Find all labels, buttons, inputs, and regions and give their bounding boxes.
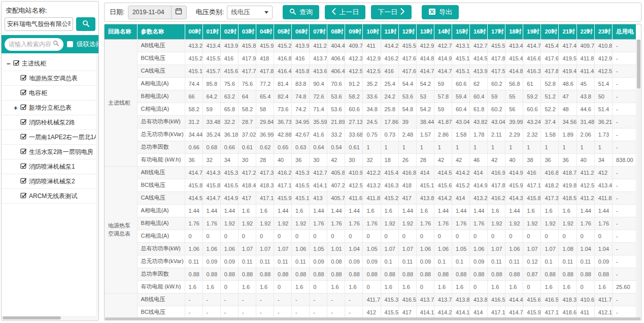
scrollbar-thumb[interactable] [3, 316, 61, 319]
value-cell: - [613, 204, 636, 217]
previous-day-button[interactable]: 上一日 [325, 5, 365, 19]
scrollbar-thumb[interactable] [637, 40, 640, 88]
expand-icon[interactable]: + [14, 104, 20, 112]
export-button[interactable]: 导出 [422, 5, 459, 19]
value-cell: 1.06 [185, 242, 202, 255]
query-button[interactable]: 查询 [283, 5, 319, 19]
parameter-name-cell: CA线电压 [137, 64, 185, 77]
table-row: 总无功功率(kVar)0.110.090.090.110.110.110.110… [105, 255, 636, 268]
value-cell: 1.05 [452, 242, 469, 255]
parameter-name-cell: 总有功功率(kW) [137, 242, 185, 255]
value-cell: 0 [505, 230, 523, 242]
value-cell: 417.3 [541, 191, 559, 204]
value-cell: 81.4 [274, 77, 291, 90]
checked-checkbox-icon[interactable] [20, 74, 27, 82]
column-header: 16时 [470, 24, 488, 39]
value-cell: 1.44 [398, 204, 416, 217]
value-cell: 1.6 [292, 204, 310, 217]
value-cell: 1.76 [327, 217, 345, 230]
checked-checkbox-icon[interactable] [20, 133, 27, 141]
voltage-type-select[interactable]: 线电压 [227, 6, 273, 19]
cascade-select-checkbox[interactable] [67, 41, 73, 47]
value-cell: 36 [541, 153, 559, 166]
table-vertical-scrollbar[interactable] [637, 40, 640, 317]
tree-item[interactable]: 消防喷淋机械泵1 [2, 159, 96, 174]
value-cell: 1.44 [577, 204, 594, 217]
checked-checkbox-icon[interactable] [13, 59, 20, 68]
value-cell: 417.8 [541, 64, 559, 77]
value-cell: 1.44 [505, 204, 523, 217]
checked-checkbox-icon[interactable] [20, 163, 27, 171]
value-cell: 43.04 [452, 115, 469, 128]
value-cell: 42 [434, 153, 452, 166]
tree-search-input[interactable]: 请输入检索内容 [5, 38, 63, 51]
value-cell: - [274, 306, 291, 318]
value-cell: 414.1 [452, 306, 469, 318]
value-cell: 1.07 [398, 242, 416, 255]
value-cell: 415.1 [185, 64, 202, 77]
checked-checkbox-icon[interactable] [20, 89, 27, 97]
checked-checkbox-icon[interactable] [20, 118, 27, 126]
tree-item[interactable]: −主进线柜 [2, 56, 96, 71]
tree-item[interactable]: 电容柜 [2, 86, 96, 101]
value-cell: 1 [523, 141, 541, 153]
value-cell: 37.4 [541, 115, 559, 128]
value-cell: 412.3 [345, 52, 363, 64]
search-icon [53, 40, 59, 49]
value-cell: 1.44 [274, 204, 291, 217]
collapse-icon[interactable]: − [7, 60, 13, 68]
value-cell: 1.89 [559, 128, 577, 141]
value-cell: 1.06 [470, 242, 488, 255]
value-cell: 75.6 [238, 77, 256, 90]
value-cell: 413.2 [470, 191, 488, 204]
tree-item[interactable]: 地源热泵空调总表 [2, 71, 96, 86]
column-header: 14时 [434, 24, 452, 39]
value-cell: 0.1 [434, 255, 452, 268]
value-cell: 0 [363, 230, 381, 242]
next-day-button[interactable]: 下一日 [371, 5, 412, 19]
tree-item[interactable]: +新增分立柜总表 [2, 101, 96, 115]
value-cell: 415.6 [523, 293, 541, 306]
value-cell: 415.8 [202, 179, 220, 191]
tree-item[interactable]: 生活水泵2路一层弱电房 [2, 145, 96, 159]
value-cell: 413.8 [416, 191, 434, 204]
value-cell: 1.44 [220, 204, 238, 217]
value-cell: 32.2 [220, 115, 238, 128]
calendar-button[interactable] [171, 6, 186, 19]
value-cell: 1 [594, 141, 612, 153]
date-input[interactable]: 2019-11-04 [128, 6, 171, 19]
value-cell: 1.07 [274, 242, 291, 255]
table-row: 有功电能 (kW.h)1.61.601.61.601.601.61.601.61… [105, 280, 636, 293]
table-row: A相电流(A)74.485.875.675.677.281.483.890.47… [105, 77, 636, 90]
value-cell: 415.9 [274, 191, 291, 204]
tree-item[interactable]: 消防栓机械泵2路 [2, 115, 96, 130]
value-cell: 416.6 [523, 52, 541, 64]
table-row: A相电流(A)1.441.441.441.61.61.441.61.441.44… [105, 204, 636, 217]
value-cell: 0 [523, 230, 541, 242]
sidebar-vertical-scrollbar[interactable] [96, 56, 98, 315]
value-cell: 44.6 [577, 103, 594, 115]
station-search-button[interactable] [76, 17, 95, 31]
value-cell: 0 [310, 230, 327, 242]
value-cell: 41.87 [434, 115, 452, 128]
value-cell: 411.6 [345, 191, 363, 204]
value-cell: 417.1 [274, 179, 291, 191]
tree-item[interactable]: ARCM无线表测试 [2, 189, 96, 204]
checked-checkbox-icon[interactable] [20, 177, 27, 185]
tree-item[interactable]: 消防喷淋机械泵2 [2, 174, 96, 189]
column-header: 参数名称 [137, 24, 185, 39]
station-name-input[interactable] [5, 17, 73, 31]
checked-checkbox-icon[interactable] [20, 148, 27, 156]
tree-item[interactable]: 一层南1APE2右一层北1APE1左 [2, 130, 96, 145]
checked-checkbox-icon[interactable] [20, 104, 27, 112]
table-horizontal-scrollbar[interactable] [105, 317, 640, 320]
value-cell: 36.18 [220, 128, 238, 141]
value-cell: 417.3 [256, 166, 274, 179]
tree-item-label: 新增分立柜总表 [29, 104, 72, 112]
value-cell: 33.2 [327, 128, 345, 141]
value-cell: 412.7 [310, 166, 327, 179]
value-cell: 57.8 [434, 90, 452, 103]
sidebar-horizontal-scrollbar[interactable] [2, 316, 98, 320]
checked-checkbox-icon[interactable] [20, 192, 27, 200]
value-cell: 416.9 [488, 166, 505, 179]
